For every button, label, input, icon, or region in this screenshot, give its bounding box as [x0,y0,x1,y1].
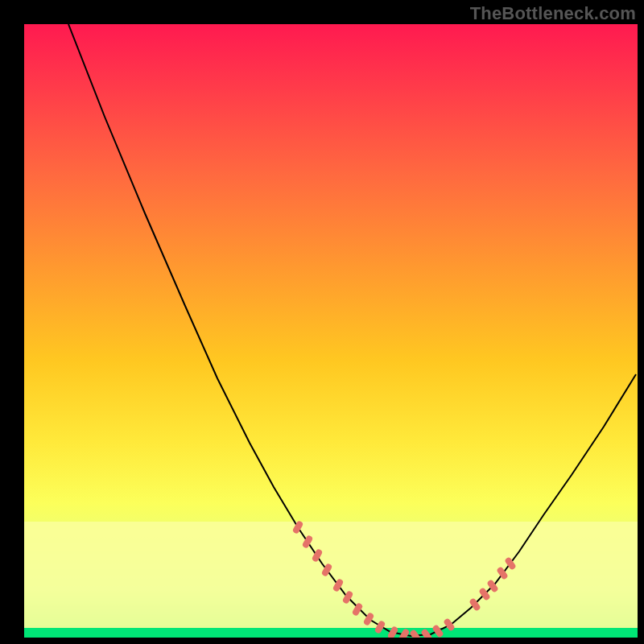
chart-frame: TheBottleneck.com [0,0,644,644]
band-green [24,628,638,638]
plot-area [24,24,638,638]
chart-svg [24,24,638,638]
band-pale-yellow [24,522,638,638]
watermark-text: TheBottleneck.com [470,3,636,24]
